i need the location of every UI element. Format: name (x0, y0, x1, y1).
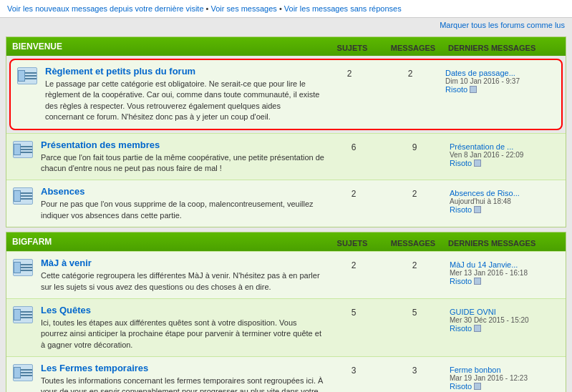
author-link-reglement[interactable]: Risoto (445, 85, 467, 94)
forum-icon-absences (11, 187, 35, 205)
derniers-date-maj: Mer 13 Jan 2016 - 16:18 (450, 269, 561, 277)
forum-title-maj[interactable]: MàJ à venir (41, 258, 325, 268)
forum-messages-absences: 2 (382, 186, 447, 199)
col-messages-header: MESSAGES (381, 236, 445, 248)
post-icon-maj (474, 278, 481, 285)
forum-title-absences[interactable]: Absences (41, 186, 325, 197)
forum-sujets-quetes: 5 (325, 305, 382, 318)
icon-lines (21, 146, 32, 153)
forum-messages-fermes-temporaires: 3 (382, 363, 447, 376)
derniers-author-maj: Risoto (450, 277, 561, 285)
author-link-fermes-temporaires[interactable]: Risoto (450, 382, 472, 391)
col-derniers-header: DERNIERS MESSAGES (445, 41, 560, 52)
forum-icon-quetes (11, 306, 35, 323)
forum-desc-presentation: Parce que l'on fait tous partie de la mê… (41, 153, 324, 172)
forum-row-fermes-temporaires: Les Fermes temporaires Toutes les inform… (6, 356, 566, 392)
forum-sujets-maj: 2 (325, 258, 382, 270)
forum-sujets-reglement: 2 (321, 66, 378, 79)
derniers-date-absences: Aujourd'hui à 18:48 (450, 197, 561, 205)
mark-read-bar: Marquer tous les forums comme lus (0, 18, 572, 32)
forum-title-fermes-temporaires[interactable]: Les Fermes temporaires (41, 363, 325, 373)
section-title: BIENVENUE (12, 41, 324, 52)
forum-content-absences: Absences Pour ne pas que l'on vous suppr… (41, 186, 325, 221)
section-header-bigfarm: BIGFARM SUJETS MESSAGES DERNIERS MESSAGE… (6, 232, 566, 251)
derniers-author-presentation: Risoto (450, 159, 561, 167)
my-messages-link[interactable]: Voir ses messages (211, 4, 277, 13)
forum-icon-img (13, 364, 33, 381)
forum-derniers-presentation: Présentation de ... Ven 8 Jan 2016 - 22:… (447, 139, 561, 167)
forum-content-fermes-temporaires: Les Fermes temporaires Toutes les inform… (41, 363, 325, 392)
forum-row-presentation: Présentation des membres Parce que l'on … (6, 133, 566, 180)
derniers-title-maj[interactable]: MàJ du 14 Janvie... (450, 260, 518, 269)
icon-lines (21, 264, 32, 271)
author-link-absences[interactable]: Risoto (450, 205, 472, 214)
forum-icon-img (13, 306, 33, 323)
forum-row-maj: MàJ à venir Cette catégorie regroupera l… (6, 251, 566, 298)
derniers-title-absences[interactable]: Absences de Riso... (450, 189, 520, 197)
new-messages-link[interactable]: Voir les nouveaux messages depuis votre … (7, 4, 204, 13)
forum-derniers-absences: Absences de Riso... Aujourd'hui à 18:48 … (447, 186, 561, 214)
top-bar: Voir les nouveaux messages depuis votre … (0, 0, 572, 18)
forum-messages-reglement: 2 (378, 66, 442, 79)
author-link-quetes[interactable]: Risoto (450, 324, 472, 333)
forum-icon-fermes-temporaires (11, 364, 35, 381)
forum-content-quetes: Les Quêtes Ici, toutes les étapes aux di… (41, 305, 325, 351)
forum-icon-img (17, 67, 37, 84)
section-title: BIGFARM (12, 237, 324, 247)
post-icon-quetes (474, 325, 481, 332)
author-link-maj[interactable]: Risoto (450, 277, 472, 285)
derniers-date-fermes-temporaires: Mar 19 Jan 2016 - 12:23 (450, 374, 561, 382)
forum-desc-fermes-temporaires: Toutes les informations concernant les f… (41, 376, 323, 392)
forum-desc-quetes: Ici, toutes les étapes aux différentes q… (41, 318, 321, 349)
forum-icon-maj (11, 259, 35, 276)
forum-derniers-reglement: Dates de passage... Dim 10 Jan 2016 - 9:… (442, 66, 557, 94)
derniers-title-quetes[interactable]: GUIDE OVNI (450, 308, 496, 316)
forum-title-reglement[interactable]: Règlement et petits plus du forum (45, 66, 321, 77)
author-link-presentation[interactable]: Risoto (450, 159, 472, 167)
forum-sujets-presentation: 6 (325, 139, 382, 152)
section-header-bienvenue: BIENVENUE SUJETS MESSAGES DERNIERS MESSA… (6, 37, 566, 56)
forum-icon-presentation (11, 141, 35, 158)
forum-sujets-absences: 2 (325, 186, 382, 199)
section-bigfarm: BIGFARM SUJETS MESSAGES DERNIERS MESSAGE… (6, 232, 566, 392)
sections-container: BIENVENUE SUJETS MESSAGES DERNIERS MESSA… (0, 36, 572, 392)
forum-derniers-quetes: GUIDE OVNI Mer 30 Déc 2015 - 15:20 Risot… (447, 305, 561, 333)
forum-desc-absences: Pour ne pas que l'on vous supprime de la… (41, 200, 314, 219)
derniers-author-absences: Risoto (450, 205, 561, 214)
forum-sujets-fermes-temporaires: 3 (325, 363, 382, 376)
forum-content-presentation: Présentation des membres Parce que l'on … (41, 139, 325, 175)
forum-desc-maj: Cette catégorie regroupera les différent… (41, 271, 320, 290)
forum-icon-img (13, 141, 33, 158)
forum-messages-maj: 2 (382, 258, 447, 270)
derniers-title-reglement[interactable]: Dates de passage... (445, 69, 515, 77)
col-messages-header: MESSAGES (381, 41, 445, 52)
forum-content-maj: MàJ à venir Cette catégorie regroupera l… (41, 258, 325, 293)
forum-messages-presentation: 9 (382, 139, 447, 152)
derniers-title-presentation[interactable]: Présentation de ... (450, 142, 513, 151)
unanswered-messages-link[interactable]: Voir les messages sans réponses (284, 4, 402, 13)
col-derniers-header: DERNIERS MESSAGES (445, 236, 560, 248)
derniers-author-reglement: Risoto (445, 85, 557, 94)
post-icon-absences (474, 206, 481, 213)
forum-row-quetes: Les Quêtes Ici, toutes les étapes aux di… (6, 298, 566, 356)
derniers-date-presentation: Ven 8 Jan 2016 - 22:09 (450, 151, 561, 159)
forum-desc-reglement: Le passage par cette catégorie est oblig… (45, 79, 319, 121)
post-icon-reglement (470, 86, 477, 93)
forum-icon-img (13, 187, 33, 205)
derniers-author-quetes: Risoto (450, 324, 561, 333)
forum-content-reglement: Règlement et petits plus du forum Le pas… (45, 66, 321, 123)
forum-title-quetes[interactable]: Les Quêtes (41, 305, 325, 315)
derniers-title-fermes-temporaires[interactable]: Ferme bonbon (450, 366, 501, 374)
forum-row-reglement: Règlement et petits plus du forum Le pas… (9, 59, 563, 130)
col-sujets-header: SUJETS (324, 41, 381, 52)
forum-messages-quetes: 5 (382, 305, 447, 318)
post-icon-presentation (474, 160, 481, 167)
col-sujets-header: SUJETS (324, 236, 381, 248)
forum-title-presentation[interactable]: Présentation des membres (41, 139, 325, 150)
icon-lines (21, 311, 32, 318)
mark-read-link[interactable]: Marquer tous les forums comme lus (440, 21, 565, 29)
icon-lines (25, 72, 37, 79)
icon-lines (21, 369, 32, 376)
derniers-date-reglement: Dim 10 Jan 2016 - 9:37 (445, 77, 557, 85)
post-icon-fermes-temporaires (474, 383, 481, 390)
